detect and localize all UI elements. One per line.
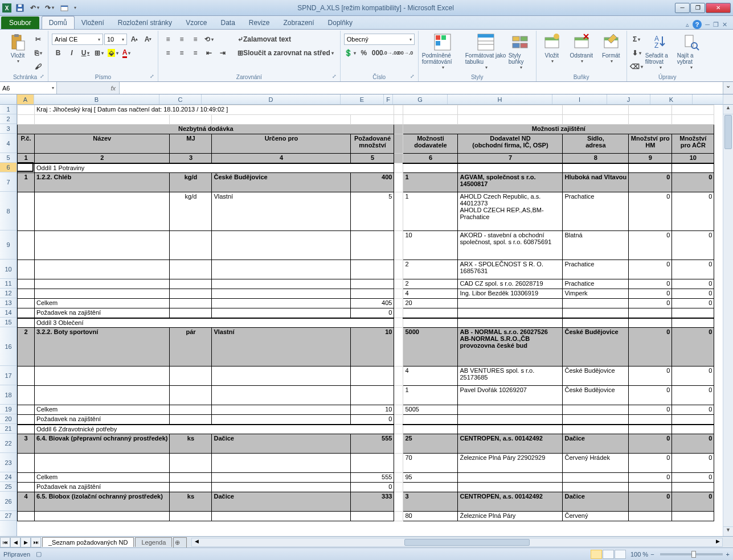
tab-home[interactable]: Domů [42, 16, 75, 29]
find-select-button[interactable]: Najít a vybrat▾ [677, 32, 705, 73]
cell-styles-button[interactable]: Styly buňky▾ [509, 32, 533, 73]
fx-icon[interactable]: fx [110, 85, 116, 92]
tab-nav-next-icon[interactable]: ▶ [21, 537, 31, 547]
help-icon[interactable]: ? [693, 20, 702, 29]
tab-addins[interactable]: Doplňky [321, 17, 359, 29]
orientation-icon[interactable]: ⟲▾ [203, 33, 215, 46]
row-header[interactable]: 14 [0, 308, 17, 318]
row-header[interactable]: 26 [0, 492, 17, 511]
underline-button[interactable]: U▾ [79, 47, 92, 59]
tab-data[interactable]: Data [214, 17, 241, 29]
redo-icon[interactable]: ↷▾ [43, 2, 56, 14]
cut-icon[interactable]: ✂ [32, 33, 44, 46]
copy-icon[interactable]: ⎘▾ [32, 47, 44, 59]
decrease-decimal-icon[interactable]: .00→.0 [399, 47, 411, 59]
macro-record-icon[interactable]: ▢ [36, 550, 42, 558]
paste-button[interactable]: Vložit▾ [6, 32, 30, 73]
align-left-icon[interactable]: ≡ [162, 47, 174, 59]
row-header[interactable]: 6 [0, 163, 17, 172]
row-header[interactable]: 20 [0, 414, 17, 424]
scroll-thumb[interactable] [404, 539, 530, 546]
row-header[interactable]: 8 [0, 192, 17, 230]
tab-formulas[interactable]: Vzorce [179, 17, 214, 29]
column-header[interactable]: G [393, 94, 448, 104]
dialog-launcher-icon[interactable]: ⤢ [150, 73, 157, 80]
column-header[interactable]: H [448, 94, 552, 104]
insert-cells-button[interactable]: Vložit▾ [540, 32, 564, 73]
align-right-icon[interactable]: ≡ [189, 47, 202, 59]
font-name-select[interactable]: Arial CE▾ [52, 34, 103, 45]
row-header[interactable]: 13 [0, 298, 17, 308]
new-sheet-icon[interactable]: ⊕ [173, 537, 187, 547]
format-table-button[interactable]: Formátovat jako tabulku▾ [465, 32, 506, 73]
row-header[interactable]: 24 [0, 472, 17, 482]
page-break-view-icon[interactable] [615, 550, 626, 559]
zoom-slider[interactable] [660, 553, 723, 555]
comma-format-icon[interactable]: 000 [371, 47, 384, 59]
clear-icon[interactable]: ⌫▾ [630, 60, 643, 73]
format-cells-button[interactable]: Formát▾ [599, 32, 623, 73]
decrease-indent-icon[interactable]: ⇤ [203, 47, 215, 59]
row-header[interactable]: 25 [0, 482, 17, 492]
tab-layout[interactable]: Rozložení stránky [111, 17, 179, 29]
tab-nav-prev-icon[interactable]: ◀ [10, 537, 21, 547]
column-header[interactable]: C [159, 94, 202, 104]
percent-format-icon[interactable]: % [358, 47, 370, 59]
fill-icon[interactable]: ⬇▾ [630, 47, 643, 59]
italic-button[interactable]: I [65, 47, 78, 59]
align-middle-icon[interactable]: ≡ [175, 33, 188, 46]
column-header[interactable]: E [341, 94, 384, 104]
shrink-font-icon[interactable]: A▾ [142, 33, 154, 46]
horizontal-scrollbar[interactable]: ◀ ▶ [191, 538, 723, 547]
row-header[interactable]: 17 [0, 366, 17, 385]
restore-button[interactable]: ❐ [690, 3, 705, 13]
align-top-icon[interactable]: ≡ [162, 33, 174, 46]
column-header[interactable]: J [607, 94, 650, 104]
qat-item-icon[interactable] [58, 2, 71, 14]
fill-color-icon[interactable]: ⬙▾ [107, 47, 119, 59]
sheet-tab-active[interactable]: _Seznam požadovaných ND [42, 537, 134, 547]
select-all-corner[interactable] [0, 94, 17, 104]
font-size-select[interactable]: 10▾ [104, 34, 127, 45]
row-header[interactable]: 3 [0, 124, 17, 134]
minimize-button[interactable]: ─ [675, 3, 690, 13]
row-header[interactable]: 18 [0, 385, 17, 405]
column-header[interactable]: I [552, 94, 607, 104]
merge-center-button[interactable]: ⊞ Sloučit a zarovnat na střed▾ [235, 47, 337, 59]
undo-icon[interactable]: ↶▾ [28, 2, 41, 14]
expand-formula-icon[interactable]: ⌄ [723, 82, 733, 94]
tab-review[interactable]: Revize [242, 17, 277, 29]
number-format-select[interactable]: Obecný▾ [344, 34, 415, 45]
window-close-icon[interactable]: ✕ [722, 21, 727, 28]
dialog-launcher-icon[interactable]: ⤢ [40, 73, 47, 80]
row-header[interactable]: 11 [0, 279, 17, 289]
column-header[interactable]: D [202, 94, 341, 104]
column-headers[interactable]: ABCDEFGHIJK [0, 94, 723, 105]
row-header[interactable]: 10 [0, 260, 17, 279]
tab-insert[interactable]: Vložení [75, 17, 111, 29]
zoom-in-icon[interactable]: + [726, 551, 730, 558]
grow-font-icon[interactable]: A▴ [128, 33, 141, 46]
row-header[interactable]: 4 [0, 134, 17, 153]
increase-decimal-icon[interactable]: .0→.00 [385, 47, 398, 59]
sheet-tab-legenda[interactable]: Legenda [135, 537, 172, 547]
row-header[interactable]: 16 [0, 327, 17, 366]
column-header[interactable]: F [384, 94, 393, 104]
column-header[interactable]: K [650, 94, 693, 104]
row-header[interactable]: 9 [0, 230, 17, 260]
tab-view[interactable]: Zobrazení [277, 17, 321, 29]
save-icon[interactable] [14, 2, 26, 14]
tab-nav-first-icon[interactable]: ⏮ [0, 537, 10, 547]
zoom-out-icon[interactable]: − [650, 551, 654, 558]
align-bottom-icon[interactable]: ≡ [189, 33, 202, 46]
font-color-icon[interactable]: A▾ [120, 47, 133, 59]
row-header[interactable]: 27 [0, 511, 17, 521]
row-header[interactable]: 1 [0, 105, 17, 114]
formula-input[interactable] [120, 82, 723, 94]
row-headers[interactable]: 1234567891011121314151617181920212223242… [0, 105, 17, 536]
conditional-format-button[interactable]: Podmíněné formátování▾ [422, 32, 463, 73]
borders-icon[interactable]: ⊞▾ [93, 47, 105, 59]
row-header[interactable]: 15 [0, 318, 17, 327]
row-header[interactable]: 2 [0, 114, 17, 124]
format-painter-icon[interactable]: 🖌 [32, 60, 44, 73]
